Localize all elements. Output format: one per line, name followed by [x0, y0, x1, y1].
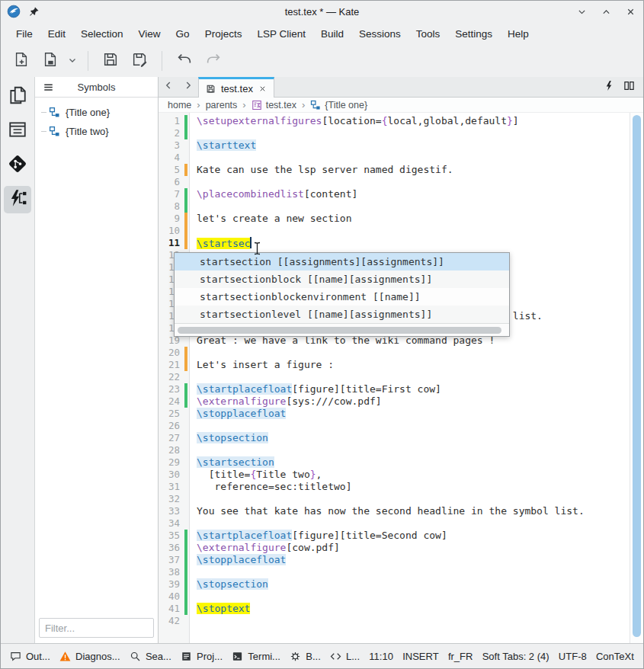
document-list-toolview-button[interactable] — [4, 117, 31, 145]
hamburger-icon[interactable] — [38, 77, 58, 97]
back-button[interactable] — [159, 77, 178, 97]
editor-line-3[interactable]: 3\starttext — [159, 139, 630, 152]
editor-line-40[interactable]: 40 — [159, 591, 630, 603]
editor-line-27[interactable]: 27\stopsection — [159, 432, 630, 444]
open-dropdown-button[interactable] — [68, 54, 77, 68]
editor-line-28[interactable]: 28 — [159, 444, 630, 456]
editor-line-36[interactable]: 36\externalfigure[cow.pdf] — [159, 542, 630, 554]
menu-lsp-client[interactable]: LSP Client — [249, 26, 313, 42]
status-termi-[interactable]: Termi... — [232, 651, 280, 662]
status-11-10[interactable]: 11:10 — [369, 651, 393, 662]
close-button[interactable] — [623, 5, 637, 18]
editor-line-10[interactable]: 10 — [159, 225, 630, 237]
status-insert[interactable]: INSERT — [402, 651, 438, 662]
editor-line-25[interactable]: 25\stopplacefloat — [159, 408, 630, 420]
filter-input[interactable] — [39, 618, 154, 638]
editor-line-26[interactable]: 26 — [159, 420, 630, 432]
menu-go[interactable]: Go — [168, 26, 197, 42]
menu-build[interactable]: Build — [313, 26, 351, 42]
editor-line-35[interactable]: 35\startplacefloat[figure][title=Second … — [159, 530, 630, 542]
line-number: 23 — [159, 383, 180, 395]
completion-item-4[interactable]: startsectionlevel [[name][assignments]] — [175, 306, 509, 323]
status-soft-tabs-2-4-[interactable]: Soft Tabs: 2 (4) — [482, 651, 549, 662]
editor-view[interactable]: 1\setupexternalfigures[location={local,g… — [159, 113, 643, 643]
tab-close-icon[interactable] — [258, 85, 267, 93]
menu-sessions[interactable]: Sessions — [351, 26, 409, 42]
menu-view[interactable]: View — [131, 26, 168, 42]
editor-line-8[interactable]: 8 — [159, 200, 630, 213]
vertical-scrollbar[interactable] — [630, 113, 643, 643]
editor-line-11[interactable]: 11\startsec — [159, 237, 630, 249]
minimize-button[interactable] — [575, 5, 588, 18]
git-toolview-button[interactable] — [4, 152, 31, 179]
editor-line-9[interactable]: 9let's create a new section — [159, 213, 630, 225]
documents-toolview-button[interactable] — [4, 83, 31, 110]
status-b-[interactable]: B... — [290, 651, 321, 662]
editor-line-41[interactable]: 41\stoptext — [159, 603, 630, 615]
code-segment: \startsection — [197, 456, 274, 468]
editor-line-5[interactable]: 5Kate can use the lsp server named diges… — [159, 164, 630, 176]
editor-line-20[interactable]: 20 — [159, 347, 630, 359]
breadcrumb-item--title-one-[interactable]: {Title one} — [310, 100, 367, 110]
menu-tools[interactable]: Tools — [409, 26, 448, 42]
editor-line-30[interactable]: 30 [title={Title two}, — [159, 469, 630, 481]
editor-line-23[interactable]: 23\startplacefloat[figure][title=First c… — [159, 383, 630, 395]
status-l-[interactable]: L... — [330, 651, 360, 662]
status-context[interactable]: ConTeXt — [596, 651, 634, 662]
editor-line-29[interactable]: 29\startsection — [159, 456, 630, 469]
status-diagnos-[interactable]: Diagnos... — [59, 651, 120, 662]
editor-line-1[interactable]: 1\setupexternalfigures[location={local,g… — [159, 115, 630, 127]
status-utf-8[interactable]: UTF-8 — [559, 651, 587, 662]
split-view-button[interactable] — [619, 77, 639, 97]
menu-help[interactable]: Help — [500, 26, 537, 42]
open-document-button[interactable] — [39, 50, 62, 72]
editor-line-24[interactable]: 24\externalfigure[sys:///cow.pdf] — [159, 395, 630, 408]
status-sea-[interactable]: Sea... — [130, 651, 171, 662]
menu-selection[interactable]: Selection — [73, 26, 131, 42]
forward-button[interactable] — [178, 77, 198, 97]
undo-button[interactable] — [173, 50, 196, 72]
symbols-tree-item-2[interactable]: {Title two} — [35, 122, 158, 141]
editor-line-33[interactable]: 33You see that kate has now the second h… — [159, 505, 630, 517]
editor-line-7[interactable]: 7\placecombinedlist[content] — [159, 188, 630, 200]
editor-line-32[interactable]: 32 — [159, 493, 630, 505]
editor-line-31[interactable]: 31 reference=sec:titletwo] — [159, 481, 630, 493]
breadcrumb-item-parents[interactable]: parents — [206, 100, 238, 110]
editor-line-22[interactable]: 22 — [159, 371, 630, 383]
new-document-button[interactable] — [10, 50, 33, 72]
menu-file[interactable]: File — [8, 26, 40, 42]
editor-line-4[interactable]: 4 — [159, 152, 630, 164]
vertical-scrollbar-thumb[interactable] — [633, 115, 641, 637]
completion-item-1[interactable]: startsection [[assignments][assignments]… — [175, 253, 509, 270]
editor-line-37[interactable]: 37\stopplacefloat — [159, 554, 630, 566]
save-as-button[interactable] — [128, 50, 151, 72]
menu-projects[interactable]: Projects — [197, 26, 250, 42]
maximize-button[interactable] — [599, 5, 613, 18]
completion-item-3[interactable]: startsectionblockenvironment [[name]] — [175, 288, 509, 306]
editor-line-38[interactable]: 38 — [159, 566, 630, 578]
status-fr-fr[interactable]: fr_FR — [448, 651, 473, 662]
titlebar[interactable]: test.tex * — Kate — [1, 1, 643, 22]
symbols-tree-item-1[interactable]: {Title one} — [35, 103, 158, 122]
lsp-symbols-toolview-button[interactable] — [4, 186, 31, 213]
status-out-[interactable]: Out... — [10, 651, 50, 662]
breadcrumb-item-test-tex[interactable]: test.tex — [252, 100, 296, 110]
tab-test-tex[interactable]: test.tex — [198, 77, 274, 98]
editor-line-6[interactable]: 6 — [159, 176, 630, 188]
line-text: \startplacefloat[figure][title=Second co… — [187, 530, 447, 542]
completion-hscrollbar-thumb[interactable] — [178, 327, 501, 334]
menu-settings[interactable]: Settings — [447, 26, 500, 42]
editor-line-39[interactable]: 39\stopsection — [159, 578, 630, 591]
editor-line-21[interactable]: 21Let's insert a figure : — [159, 359, 630, 371]
menu-edit[interactable]: Edit — [40, 26, 73, 42]
status-proj-[interactable]: Proj... — [181, 651, 223, 662]
bolt-button[interactable] — [599, 77, 619, 97]
breadcrumb-item-home[interactable]: home — [168, 100, 191, 110]
save-button[interactable] — [99, 50, 122, 72]
tree-guide-line — [41, 131, 46, 132]
editor-line-42[interactable]: 42 — [159, 615, 630, 627]
completion-item-2[interactable]: startsectionblock [[name][assignments]] — [175, 270, 509, 288]
editor-line-34[interactable]: 34 — [159, 517, 630, 530]
editor-line-2[interactable]: 2 — [159, 127, 630, 139]
completion-hscrollbar[interactable] — [175, 323, 509, 336]
